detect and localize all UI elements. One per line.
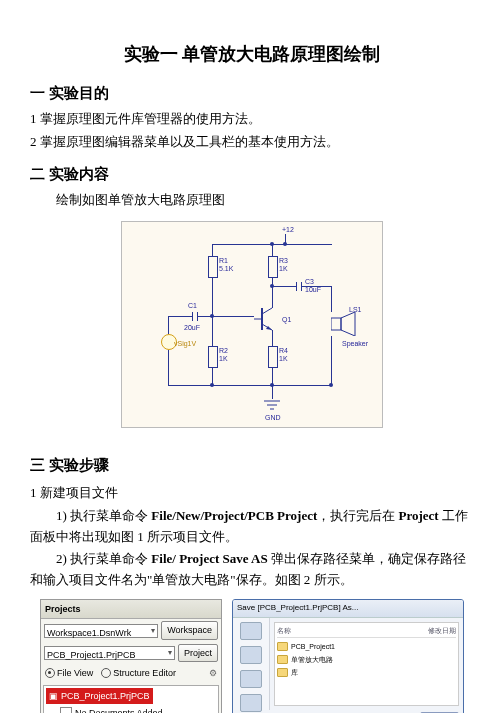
step-1: 1 新建项目文件 <box>30 483 474 504</box>
label-c1v: 20uF <box>184 322 200 333</box>
col-name[interactable]: 名称 <box>277 625 291 636</box>
col-date[interactable]: 修改日期 <box>428 625 456 636</box>
heading-content: 二 实验内容 <box>30 162 474 186</box>
list-item[interactable]: PCB_Project1 <box>277 640 456 653</box>
label-ls1: LS1 <box>349 304 361 315</box>
speaker-icon <box>331 312 365 341</box>
step-1a: 1) 执行菜单命令 File/New/Project/PCB Project，执… <box>30 506 474 548</box>
label-src: vSig1V <box>174 338 196 349</box>
file-list[interactable]: 名称 修改日期 PCB_Project1 单管放大电路 库 <box>274 622 459 706</box>
places-bar[interactable] <box>233 618 270 710</box>
project-dropdown[interactable]: PCB_Project1.PrjPCB <box>44 646 175 660</box>
list-item[interactable]: 库 <box>277 666 456 679</box>
settings-icon[interactable]: ⚙ <box>209 666 217 680</box>
label-r2v: 1K <box>219 353 228 364</box>
label-r4v: 1K <box>279 353 288 364</box>
radio-structure-editor[interactable]: Structure Editor <box>101 666 176 680</box>
projects-panel: Projects Workspace1.DsnWrk Workspace PCB… <box>40 599 222 713</box>
transistor-icon <box>254 304 284 334</box>
label-c1: C1 <box>188 300 197 311</box>
workspace-dropdown[interactable]: Workspace1.DsnWrk <box>44 624 158 638</box>
heading-steps: 三 实验步骤 <box>30 453 474 477</box>
list-item[interactable]: 单管放大电路 <box>277 653 456 666</box>
document-icon <box>60 707 72 713</box>
label-speaker: Speaker <box>342 338 368 349</box>
ground-icon <box>262 399 282 413</box>
svg-line-3 <box>262 308 272 314</box>
doc-title: 实验一 单管放大电路原理图绘制 <box>30 40 474 69</box>
svg-rect-0 <box>331 318 341 330</box>
project-tree[interactable]: ▣ PCB_Project1.PrjPCB No Documents Added <box>43 685 219 713</box>
circuit-figure: +12 R1 5.1K R3 1K C3 10uF <box>30 221 474 435</box>
project-button[interactable]: Project <box>178 644 218 662</box>
projects-panel-header: Projects <box>41 600 221 619</box>
tree-project-item[interactable]: ▣ PCB_Project1.PrjPCB <box>46 688 153 704</box>
label-r3v: 1K <box>279 263 288 274</box>
purpose-item-2: 2 掌握原理图编辑器菜单以及工具栏的基本使用方法。 <box>30 132 474 153</box>
svg-marker-1 <box>341 312 355 336</box>
radio-file-view[interactable]: File View <box>45 666 93 680</box>
workspace-button[interactable]: Workspace <box>161 621 218 639</box>
step-1b: 2) 执行菜单命令 File/ Project Save AS 弹出保存路径菜单… <box>30 549 474 591</box>
label-r1v: 5.1K <box>219 263 233 274</box>
content-line: 绘制如图单管放大电路原理图 <box>30 190 474 211</box>
save-dialog: Save [PCB_Project1.PrjPCB] As... 名称 修改日期… <box>232 599 464 713</box>
save-dialog-title: Save [PCB_Project1.PrjPCB] As... <box>233 600 463 618</box>
purpose-item-1: 1 掌握原理图元件库管理器的使用方法。 <box>30 109 474 130</box>
label-vcc: +12 <box>282 224 294 235</box>
label-q1: Q1 <box>282 314 291 325</box>
tree-no-docs: No Documents Added <box>60 706 216 713</box>
label-gnd: GND <box>265 412 281 423</box>
heading-purpose: 一 实验目的 <box>30 81 474 105</box>
